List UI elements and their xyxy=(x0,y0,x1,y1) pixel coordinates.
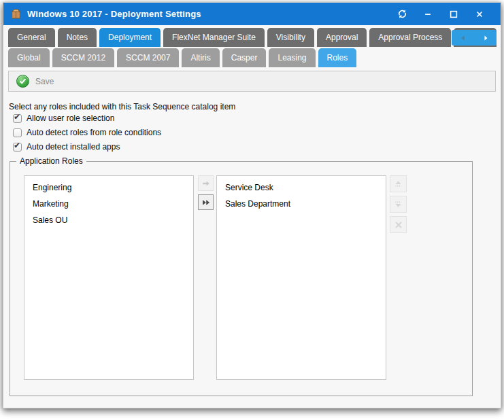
refresh-button[interactable] xyxy=(394,7,409,22)
close-icon xyxy=(475,10,484,19)
green-check-circle-icon xyxy=(16,75,29,88)
tab-scroll-right-button[interactable] xyxy=(478,31,493,45)
checkbox-label: Allow user role selection xyxy=(27,113,114,123)
double-arrow-right-icon xyxy=(201,198,211,207)
titlebar: Windows 10 2017 - Deployment Settings xyxy=(3,3,501,25)
subtab-sccm-2012[interactable]: SCCM 2012 xyxy=(52,48,114,67)
deployment-settings-window: Windows 10 2017 - Deployment Settings xyxy=(3,2,501,408)
maximize-icon xyxy=(449,10,458,19)
toolbar: Save xyxy=(8,71,496,92)
group-title: Application Roles xyxy=(16,156,86,166)
checkbox-auto-detect-roles[interactable]: Auto detect roles from role conditions xyxy=(13,128,501,137)
move-up-button[interactable] xyxy=(390,175,407,192)
checkbox-box xyxy=(13,128,22,137)
role-item-available[interactable]: Sales OU xyxy=(24,212,193,228)
tab-scroller xyxy=(452,30,497,46)
order-buttons-column xyxy=(390,175,407,233)
tab-approval-process[interactable]: Approval Process xyxy=(369,28,451,47)
window-controls xyxy=(394,7,494,22)
move-right-button[interactable] xyxy=(198,175,214,191)
tab-general[interactable]: General xyxy=(8,28,55,47)
primary-tab-bar: General Notes Deployment FlexNet Manager… xyxy=(8,28,497,47)
arrow-down-icon xyxy=(393,199,403,209)
secondary-tab-bar: Global SCCM 2012 SCCM 2007 Altiris Caspe… xyxy=(8,48,497,67)
subtab-roles[interactable]: Roles xyxy=(318,48,357,67)
checkbox-allow-user-role-selection[interactable]: Allow user role selection xyxy=(13,113,501,123)
x-icon xyxy=(394,220,403,230)
subtab-global[interactable]: Global xyxy=(8,48,50,67)
arrow-right-icon xyxy=(201,179,211,188)
checkbox-auto-detect-installed-apps[interactable]: Auto detect installed apps xyxy=(13,142,501,152)
tab-approval[interactable]: Approval xyxy=(317,28,367,47)
available-roles-list[interactable]: Enginering Marketing Sales OU xyxy=(24,175,194,380)
checkbox-box xyxy=(13,114,22,123)
refresh-icon xyxy=(397,9,407,19)
tab-flexnet-manager-suite[interactable]: FlexNet Manager Suite xyxy=(163,28,265,47)
checkbox-label: Auto detect roles from role conditions xyxy=(27,128,161,137)
application-roles-group: Application Roles Enginering Marketing S… xyxy=(10,161,473,396)
instruction-text: Select any roles included with this Task… xyxy=(9,102,501,111)
remove-role-button[interactable] xyxy=(390,216,407,233)
save-button[interactable]: Save xyxy=(15,73,59,89)
chevron-left-icon xyxy=(459,34,467,42)
minimize-button[interactable] xyxy=(420,7,435,22)
maximize-button[interactable] xyxy=(446,7,461,22)
subtab-casper[interactable]: Casper xyxy=(222,48,267,67)
package-icon xyxy=(10,8,22,20)
role-item-available[interactable]: Marketing xyxy=(24,196,193,212)
move-all-right-button[interactable] xyxy=(198,194,214,210)
move-down-button[interactable] xyxy=(390,196,407,213)
subtab-leasing[interactable]: Leasing xyxy=(269,48,315,67)
role-item-available[interactable]: Enginering xyxy=(24,179,193,196)
arrow-up-icon xyxy=(393,179,403,189)
role-item-selected[interactable]: Service Desk xyxy=(217,179,386,196)
window-title: Windows 10 2017 - Deployment Settings xyxy=(27,9,394,19)
move-buttons-column xyxy=(198,175,214,210)
checkbox-label: Auto detect installed apps xyxy=(27,142,120,152)
tab-deployment[interactable]: Deployment xyxy=(99,28,161,47)
subtab-altiris[interactable]: Altiris xyxy=(182,48,219,67)
selected-roles-list[interactable]: Service Desk Sales Department xyxy=(216,175,386,380)
close-button[interactable] xyxy=(472,7,487,22)
minimize-icon xyxy=(423,10,433,19)
save-label: Save xyxy=(35,77,54,86)
chevron-right-icon xyxy=(482,34,490,42)
subtab-sccm-2007[interactable]: SCCM 2007 xyxy=(117,48,179,67)
role-item-selected[interactable]: Sales Department xyxy=(217,196,386,212)
checkbox-box xyxy=(13,143,22,152)
tab-visibility[interactable]: Visibility xyxy=(267,28,314,47)
tab-scroll-left-button[interactable] xyxy=(456,31,471,45)
tab-notes[interactable]: Notes xyxy=(58,28,97,47)
